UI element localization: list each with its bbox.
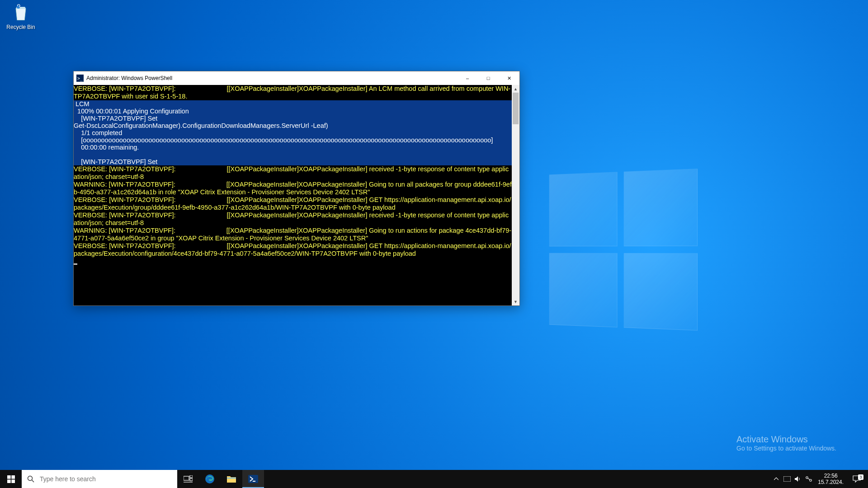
console-line: VERBOSE: [WIN-TP7A2OTBVPF]: [[XOAPPackag…	[74, 196, 511, 211]
powershell-icon: >_	[76, 75, 84, 82]
svg-rect-4	[11, 479, 15, 483]
svg-rect-15	[783, 476, 791, 482]
svg-rect-8	[190, 475, 193, 478]
windows-logo-wallpaper	[549, 169, 700, 333]
taskbar-clock[interactable]: 22:56 15.7.2024.	[814, 473, 847, 485]
system-tray[interactable]: 22:56 15.7.2024. 3	[771, 470, 868, 488]
search-input[interactable]	[40, 475, 177, 483]
svg-line-20	[808, 479, 810, 480]
svg-rect-1	[7, 475, 11, 479]
tray-network-icon[interactable]	[803, 476, 814, 482]
taskbar[interactable]: 22:56 15.7.2024. 3	[0, 470, 868, 488]
scrollbar-up-arrow-icon[interactable]: ▲	[512, 85, 519, 93]
search-icon	[22, 475, 40, 483]
activation-watermark: Activate Windows Go to Settings to activ…	[736, 434, 836, 452]
tray-volume-icon[interactable]	[793, 476, 803, 482]
console-line: VERBOSE: [WIN-TP7A2OTBVPF]: [[XOAPPackag…	[74, 211, 509, 226]
taskbar-app-powershell[interactable]	[242, 470, 264, 488]
watermark-subtitle: Go to Settings to activate Windows.	[736, 445, 836, 452]
recycle-bin-desktop-icon[interactable]: Recycle Bin	[4, 3, 38, 30]
taskbar-app-explorer[interactable]	[221, 470, 242, 488]
recycle-bin-icon	[11, 3, 31, 23]
edge-icon	[205, 474, 215, 484]
maximize-button[interactable]: □	[478, 71, 499, 85]
svg-rect-3	[7, 479, 11, 483]
powershell-body: VERBOSE: [WIN-TP7A2OTBVPF]: [[XOAPPackag…	[74, 85, 519, 305]
tray-overflow-icon[interactable]	[771, 477, 782, 481]
svg-point-5	[28, 476, 33, 481]
svg-line-6	[32, 480, 34, 483]
file-explorer-icon	[226, 475, 236, 483]
desktop[interactable]: Recycle Bin Activate Windows Go to Setti…	[0, 0, 868, 488]
notification-badge: 3	[858, 474, 863, 480]
svg-rect-9	[190, 479, 193, 481]
clock-date: 15.7.2024.	[818, 479, 844, 485]
scrollbar-down-arrow-icon[interactable]: ▼	[512, 298, 519, 305]
console-progress-block: LCM 100% 00:00:01 Applying Configuration…	[74, 100, 512, 165]
powershell-taskbar-icon	[248, 475, 258, 483]
tray-input-icon[interactable]	[782, 476, 793, 482]
console-line: VERBOSE: [WIN-TP7A2OTBVPF]: [[XOAPPackag…	[74, 242, 511, 257]
powershell-window[interactable]: >_ Administrator: Windows PowerShell – □…	[73, 71, 520, 306]
powershell-console[interactable]: VERBOSE: [WIN-TP7A2OTBVPF]: [[XOAPPackag…	[74, 85, 512, 305]
window-title: Administrator: Windows PowerShell	[86, 75, 172, 81]
svg-rect-2	[11, 475, 15, 479]
task-view-button[interactable]	[177, 470, 199, 488]
recycle-bin-label: Recycle Bin	[4, 24, 38, 30]
taskbar-app-edge[interactable]	[199, 470, 221, 488]
minimize-button[interactable]: –	[457, 71, 478, 85]
close-button[interactable]: ✕	[499, 71, 519, 85]
windows-logo-icon	[7, 475, 15, 483]
console-cursor	[74, 263, 77, 265]
scrollbar-thumb[interactable]	[513, 93, 519, 124]
svg-rect-7	[184, 476, 189, 480]
console-line: WARNING: [WIN-TP7A2OTBVPF]: [[XOAPPackag…	[74, 227, 511, 242]
powershell-scrollbar[interactable]: ▲ ▼	[512, 85, 519, 305]
taskbar-search[interactable]	[22, 470, 177, 488]
clock-time: 22:56	[818, 473, 844, 479]
start-button[interactable]	[0, 470, 22, 488]
svg-rect-12	[227, 478, 236, 479]
task-view-icon	[184, 475, 193, 483]
console-line: VERBOSE: [WIN-TP7A2OTBVPF]: [[XOAPPackag…	[74, 85, 510, 100]
console-line: VERBOSE: [WIN-TP7A2OTBVPF]: [[XOAPPackag…	[74, 165, 509, 180]
action-center-button[interactable]: 3	[847, 475, 866, 483]
console-line: WARNING: [WIN-TP7A2OTBVPF]: [[XOAPPackag…	[74, 181, 512, 196]
powershell-titlebar[interactable]: >_ Administrator: Windows PowerShell – □…	[74, 71, 519, 85]
watermark-title: Activate Windows	[736, 434, 836, 445]
